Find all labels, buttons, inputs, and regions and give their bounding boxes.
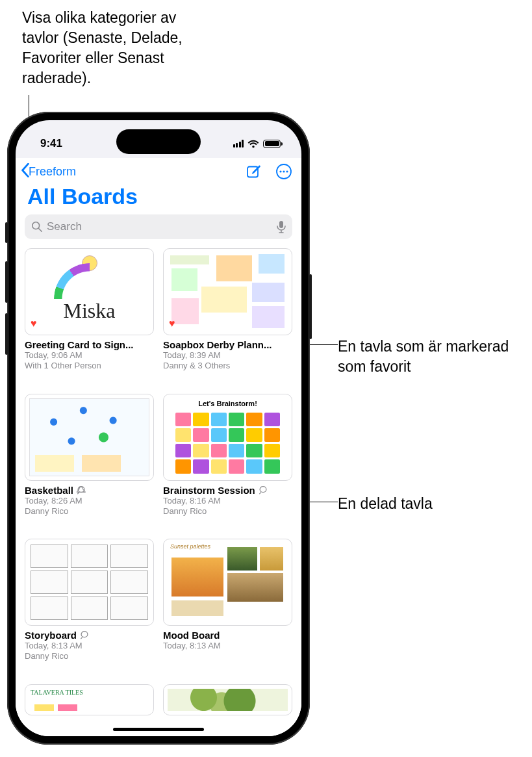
board-card[interactable]: Let's Brainstorm! Brainstorm Session Tod… [163, 394, 292, 517]
heart-icon: ♥ [31, 318, 37, 329]
board-time: Today, 8:13 AM [25, 641, 154, 651]
board-people: Danny Rico [25, 506, 154, 517]
board-people: Danny Rico [163, 506, 292, 517]
board-time: Today, 9:06 AM [25, 350, 154, 361]
board-card[interactable]: Sunset palettes Mood Board Today, 8:13 A… [163, 539, 292, 662]
board-title: Greeting Card to Sign... [25, 339, 134, 350]
svg-point-5 [32, 222, 40, 229]
svg-rect-0 [247, 167, 258, 177]
board-card[interactable]: ♥ Soapbox Derby Plann... Today, 8:39 AM … [163, 248, 292, 372]
thumb-text: Let's Brainstorm! [164, 400, 292, 407]
shared-icon [79, 630, 90, 640]
callout-categories: Visa olika kategorier av tavlor (Senaste… [22, 8, 204, 88]
search-input[interactable]: Search [25, 214, 292, 239]
svg-point-2 [279, 170, 281, 172]
board-title: Mood Board [163, 630, 220, 641]
board-title: Soapbox Derby Plann... [163, 339, 272, 350]
heart-icon: ♥ [169, 318, 175, 329]
board-card[interactable]: Basketball Today, 8:26 AM Danny Rico [25, 394, 154, 517]
board-time: Today, 8:13 AM [163, 641, 292, 651]
board-card[interactable]: Miska ♥ Greeting Card to Sign... Today, … [25, 248, 154, 372]
board-title: Brainstorm Session [163, 485, 255, 496]
svg-point-4 [286, 170, 288, 172]
side-button [5, 222, 8, 243]
compose-icon [246, 164, 261, 179]
wifi-icon [247, 140, 259, 148]
thumb-text: Miska [25, 299, 153, 323]
board-thumbnail: TALAVERA TILES [25, 684, 154, 715]
iphone-frame: 9:41 Freeform [7, 112, 310, 745]
ellipsis-circle-icon [275, 163, 292, 180]
nav-bar: Freeform [16, 158, 301, 183]
volume-up-button [5, 261, 8, 303]
callout-favorite: En tavla som är markerad som favorit [338, 337, 520, 377]
svg-line-6 [39, 229, 42, 232]
board-card[interactable]: Storyboard Today, 8:13 AM Danny Rico [25, 539, 154, 662]
dynamic-island [116, 129, 201, 154]
board-card[interactable] [163, 684, 292, 715]
board-thumbnail [163, 684, 292, 715]
board-people: With 1 Other Person [25, 361, 154, 371]
board-people: Danny & 3 Others [163, 361, 292, 371]
board-time: Today, 8:16 AM [163, 496, 292, 506]
board-thumbnail: Miska ♥ [25, 248, 154, 335]
board-thumbnail: Let's Brainstorm! [163, 394, 292, 481]
board-thumbnail [25, 539, 154, 626]
power-button [309, 274, 312, 339]
shared-icon [76, 485, 86, 495]
board-card[interactable]: TALAVERA TILES [25, 684, 154, 715]
more-button[interactable] [275, 163, 292, 180]
new-board-button[interactable] [246, 164, 261, 179]
dictate-icon[interactable] [277, 220, 286, 233]
board-time: Today, 8:26 AM [25, 496, 154, 506]
svg-rect-7 [279, 221, 283, 228]
svg-point-3 [283, 170, 285, 172]
shared-icon [258, 485, 268, 495]
back-button[interactable]: Freeform [21, 163, 76, 180]
svg-point-10 [81, 632, 88, 637]
board-people: Danny Rico [25, 651, 154, 661]
header: All Boards [16, 183, 301, 214]
screen: 9:41 Freeform [16, 120, 301, 736]
status-time: 9:41 [40, 137, 62, 150]
board-thumbnail: Sunset palettes [163, 539, 292, 626]
board-title: Basketball [25, 485, 73, 496]
back-label: Freeform [29, 165, 76, 179]
volume-down-button [5, 313, 8, 355]
callout-shared: En delad tavla [338, 494, 433, 514]
board-thumbnail [25, 394, 154, 481]
board-thumbnail: ♥ [163, 248, 292, 335]
board-title: Storyboard [25, 630, 77, 641]
svg-point-9 [260, 486, 266, 492]
boards-scroll[interactable]: Miska ♥ Greeting Card to Sign... Today, … [16, 246, 301, 736]
boards-grid: Miska ♥ Greeting Card to Sign... Today, … [16, 246, 301, 715]
page-title: All Boards [27, 184, 290, 209]
cellular-icon [233, 140, 244, 148]
home-indicator[interactable] [113, 728, 204, 731]
search-icon [31, 221, 43, 233]
battery-icon [263, 140, 281, 148]
search-placeholder: Search [47, 220, 273, 233]
board-time: Today, 8:39 AM [163, 350, 292, 361]
